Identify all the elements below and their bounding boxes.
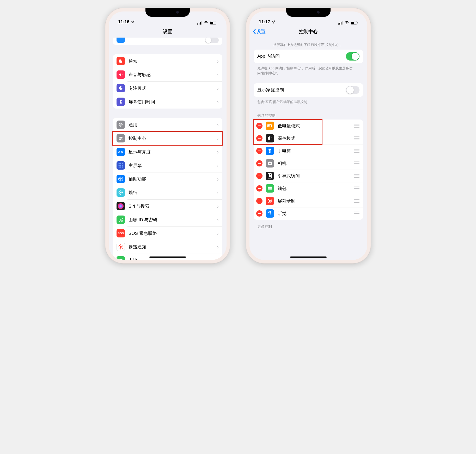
battery-icon [117, 256, 125, 260]
settings-row-notifications[interactable]: 通知› [113, 54, 222, 68]
row-label: SOS 紧急联络 [129, 230, 217, 236]
svg-rect-1 [199, 23, 199, 25]
settings-row-general[interactable]: 通用› [113, 118, 222, 132]
control-row-camera[interactable]: 相机 [254, 157, 363, 170]
control-row-guided[interactable]: 引导式访问 [254, 170, 363, 182]
control-label: 深色模式 [278, 135, 354, 141]
home-control-row[interactable]: 显示家庭控制 [254, 83, 363, 97]
svg-point-38 [120, 246, 121, 248]
drag-handle-icon[interactable] [354, 187, 359, 190]
svg-point-36 [120, 219, 120, 220]
control-row-flashlight[interactable]: 手电筒 [254, 145, 363, 157]
settings-row-siri[interactable]: Siri 与搜索› [113, 199, 222, 213]
remove-button[interactable] [256, 198, 263, 204]
row-label: 控制中心 [129, 135, 217, 141]
drag-handle-icon[interactable] [354, 212, 359, 215]
row-label: 通用 [129, 122, 217, 128]
settings-row-exposure[interactable]: 暴露通知› [113, 240, 222, 254]
drag-handle-icon[interactable] [354, 162, 359, 165]
settings-row-sos[interactable]: SOSSOS 紧急联络› [113, 226, 222, 240]
settings-row-faceid[interactable]: 面容 ID 与密码› [113, 213, 222, 226]
settings-row-display[interactable]: AA显示与亮度› [113, 145, 222, 159]
nav-bar: 设置 [109, 26, 227, 38]
drag-handle-icon[interactable] [354, 149, 359, 153]
remove-button[interactable] [256, 160, 263, 166]
drag-handle-icon[interactable] [354, 199, 359, 203]
chevron-right-icon: › [217, 163, 219, 169]
chevron-right-icon: › [217, 230, 219, 236]
controlcenter-content[interactable]: 从屏幕右上方边缘向下轻扫以打开"控制中心"。 App 内访问 允许在 App 内… [249, 38, 367, 260]
guided-icon [266, 172, 274, 180]
svg-line-45 [122, 245, 123, 246]
cellular-icon [197, 21, 202, 25]
home-indicator[interactable] [149, 256, 186, 258]
settings-row-wallpaper[interactable]: 墙纸› [113, 186, 222, 199]
remove-button[interactable] [256, 210, 263, 217]
drag-handle-icon[interactable] [354, 174, 359, 178]
partial-toggle[interactable] [205, 38, 219, 43]
app-access-row[interactable]: App 内访问 [254, 50, 363, 63]
remove-button[interactable] [256, 173, 263, 179]
svg-rect-63 [269, 175, 271, 177]
settings-content[interactable]: 通知›声音与触感›专注模式›屏幕使用时间› 通用›控制中心›AA显示与亮度›主屏… [109, 38, 227, 260]
chevron-right-icon: › [217, 217, 219, 223]
sos-icon: SOS [117, 229, 125, 237]
settings-group-2: 通用›控制中心›AA显示与亮度›主屏幕›辅助功能›墙纸›Siri 与搜索›面容 … [113, 118, 222, 260]
svg-rect-47 [118, 259, 123, 260]
chevron-right-icon: › [217, 190, 219, 196]
page-title: 控制中心 [299, 28, 318, 35]
svg-rect-13 [119, 139, 123, 140]
settings-row-focus[interactable]: 专注模式› [113, 81, 222, 95]
wifi-icon [204, 21, 208, 25]
svg-rect-49 [338, 23, 339, 25]
settings-row-screentime[interactable]: 屏幕使用时间› [113, 95, 222, 109]
accessibility-icon [117, 175, 125, 183]
svg-point-25 [120, 177, 121, 178]
remove-button[interactable] [256, 135, 263, 141]
home-control-toggle[interactable] [346, 86, 359, 94]
exposure-icon [117, 243, 125, 251]
siri-icon [117, 202, 125, 210]
row-label: 声音与触感 [129, 72, 217, 78]
control-row-hearing[interactable]: 听觉 [254, 207, 363, 220]
home-indicator[interactable] [290, 256, 327, 258]
svg-rect-65 [268, 188, 272, 189]
back-button[interactable]: 设置 [253, 28, 266, 35]
included-controls: 低电量模式深色模式手电筒相机引导式访问钱包屏幕录制听觉 [254, 120, 363, 220]
svg-rect-64 [268, 187, 272, 188]
screen-right: 11:17 设置 控制中心 从屏幕右上方边缘向下轻扫以打开"控制中心"。 App… [249, 11, 367, 260]
settings-row-accessibility[interactable]: 辅助功能› [113, 172, 222, 186]
control-label: 钱包 [278, 186, 354, 192]
control-label: 低电量模式 [278, 123, 354, 129]
home-group: 显示家庭控制 [254, 83, 363, 97]
drag-handle-icon[interactable] [354, 136, 359, 140]
row-label: 辅助功能 [129, 176, 217, 182]
screenrec-icon [266, 197, 274, 205]
home-control-label: 显示家庭控制 [257, 87, 346, 93]
row-label: 专注模式 [129, 85, 217, 91]
control-row-wallet[interactable]: 钱包 [254, 182, 363, 195]
app-access-toggle[interactable] [346, 52, 359, 61]
general-icon [117, 121, 125, 129]
control-row-darkmode[interactable]: 深色模式 [254, 132, 363, 145]
svg-line-43 [119, 245, 120, 246]
notch [286, 8, 331, 17]
row-label: 显示与亮度 [129, 149, 217, 155]
control-label: 屏幕录制 [278, 198, 354, 204]
controlcenter-icon [117, 134, 125, 142]
chevron-right-icon: › [217, 244, 219, 250]
svg-rect-18 [119, 165, 120, 166]
control-row-screenrec[interactable]: 屏幕录制 [254, 195, 363, 207]
settings-row-home[interactable]: 主屏幕› [113, 159, 222, 172]
svg-point-37 [121, 219, 122, 220]
remove-button[interactable] [256, 185, 263, 192]
settings-row-controlcenter[interactable]: 控制中心› [113, 132, 222, 145]
settings-row-sounds[interactable]: 声音与触感› [113, 68, 222, 81]
control-row-lowpower[interactable]: 低电量模式 [254, 120, 363, 132]
svg-rect-51 [341, 22, 341, 25]
remove-button[interactable] [256, 148, 263, 154]
svg-rect-17 [122, 163, 123, 164]
drag-handle-icon[interactable] [354, 124, 359, 128]
remove-button[interactable] [256, 123, 263, 129]
svg-rect-48 [123, 260, 123, 260]
